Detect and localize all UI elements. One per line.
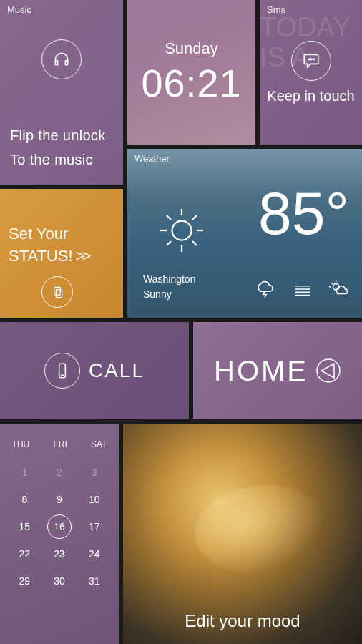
status-tile[interactable]: Set Your STATUS!>> [0, 189, 123, 318]
fog-icon [290, 279, 315, 302]
mood-tile[interactable]: Edit your mood [123, 424, 362, 644]
sms-text: Keep in touch [267, 88, 354, 104]
home-tile[interactable]: HOME [193, 322, 362, 419]
svg-rect-4 [56, 290, 62, 298]
phone-icon [44, 353, 80, 389]
music-tile[interactable]: Music Flip the unlock To the music [0, 0, 123, 185]
back-arrow-icon [315, 358, 341, 384]
leaf-image [187, 472, 333, 586]
cal-header-sat: SAT [91, 439, 107, 449]
svg-line-10 [167, 215, 171, 220]
status-line2: STATUS! [9, 247, 73, 265]
clock-day: Sunday [165, 39, 218, 58]
music-label: Music [7, 4, 31, 15]
svg-line-12 [167, 241, 171, 245]
status-line1: Set Your [9, 223, 88, 245]
weather-label: Weather [134, 153, 170, 164]
svg-line-13 [192, 215, 197, 220]
sun-icon [156, 205, 207, 259]
music-line1: Flip the unlock [10, 123, 116, 147]
partly-cloudy-icon [328, 279, 352, 302]
mood-text: Edit your mood [123, 611, 362, 631]
svg-line-17 [331, 283, 333, 285]
weather-condition: Sunny [143, 287, 195, 302]
storm-icon [253, 279, 278, 302]
headphones-icon [41, 39, 82, 79]
document-icon [41, 276, 73, 308]
music-line2: To the music [10, 147, 116, 172]
weather-temp: 85° [258, 179, 349, 248]
call-text: CALL [89, 359, 145, 382]
weather-city: Washington [143, 272, 195, 287]
cal-header-fri: FRI [53, 439, 67, 449]
svg-rect-3 [54, 287, 60, 295]
sms-tile[interactable]: Sms TODAY IS A Keep in touch [260, 0, 362, 145]
clock-tile[interactable]: Sunday 06:21 [127, 0, 255, 145]
calendar-grid: 123 8910 15 16 17 222324 293031 [7, 467, 112, 587]
call-tile[interactable]: CALL [0, 322, 189, 419]
calendar-tile[interactable]: THU FRI SAT 123 8910 15 16 17 222324 293… [0, 424, 119, 644]
cal-header-thu: THU [12, 439, 30, 449]
sms-bg-text: TODAY IS A [260, 13, 362, 73]
svg-point-5 [172, 221, 192, 240]
home-text: HOME [214, 355, 308, 387]
calendar-today: 16 [42, 521, 77, 532]
clock-time: 06:21 [141, 61, 241, 105]
status-arrows: >> [76, 247, 89, 265]
weather-tile[interactable]: Weather 85° Washington Sunny [127, 149, 362, 318]
svg-line-11 [192, 241, 197, 245]
svg-marker-20 [321, 364, 334, 378]
